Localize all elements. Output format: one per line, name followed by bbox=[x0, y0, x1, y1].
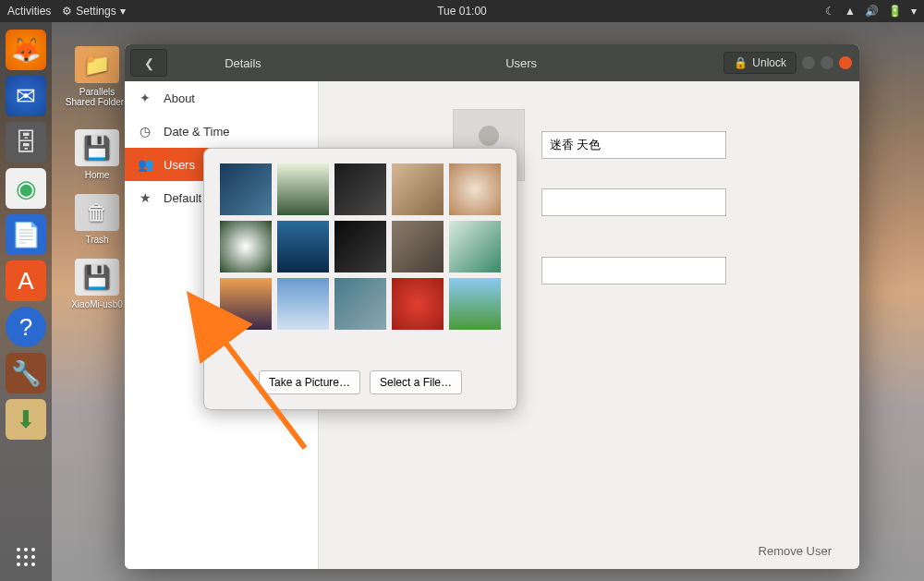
volume-icon[interactable]: 🔊 bbox=[865, 5, 879, 18]
user-name-input[interactable] bbox=[541, 131, 726, 159]
clock[interactable]: Tue 01:00 bbox=[437, 5, 487, 18]
svg-point-7 bbox=[24, 563, 28, 566]
show-applications[interactable] bbox=[15, 546, 37, 572]
avatar-option-desk[interactable] bbox=[334, 163, 386, 215]
svg-point-6 bbox=[17, 563, 20, 566]
dock-firefox[interactable]: 🦊 bbox=[6, 30, 46, 70]
svg-point-4 bbox=[24, 555, 28, 559]
svg-point-3 bbox=[17, 555, 20, 559]
avatar-option-bicycle[interactable] bbox=[220, 163, 272, 215]
unlock-label: Unlock bbox=[752, 56, 786, 69]
svg-point-5 bbox=[31, 555, 35, 559]
chevron-down-icon: ▾ bbox=[120, 5, 126, 18]
sidebar-item-label: About bbox=[164, 91, 195, 105]
drive-icon: 💾 bbox=[75, 129, 119, 166]
window-title: Users bbox=[319, 56, 723, 70]
dock-help[interactable]: ? bbox=[6, 307, 46, 347]
sidebar-item-label: Date & Time bbox=[164, 125, 230, 139]
desktop-icon-label: Trash bbox=[85, 235, 108, 245]
avatar-option-surfer[interactable] bbox=[334, 278, 386, 330]
desktop-trash[interactable]: 🗑 Trash bbox=[65, 194, 129, 245]
dock-settings[interactable]: 🔧 bbox=[6, 353, 46, 393]
dock-software[interactable]: A bbox=[6, 260, 46, 301]
dock-writer[interactable]: 📄 bbox=[6, 214, 46, 255]
sidebar-item-about[interactable]: ✦ About bbox=[125, 81, 318, 115]
chevron-left-icon: ❮ bbox=[144, 56, 154, 70]
svg-point-1 bbox=[24, 548, 28, 551]
section-title: Details bbox=[167, 56, 319, 70]
desktop-home[interactable]: 💾 Home bbox=[65, 129, 129, 180]
avatar-picker-popover: Take a Picture… Select a File… bbox=[203, 148, 517, 410]
titlebar: ❮ Details Users 🔒 Unlock bbox=[125, 44, 859, 81]
minimize-button[interactable] bbox=[802, 56, 815, 69]
users-icon: 👥 bbox=[138, 157, 152, 172]
select-file-button[interactable]: Select a File… bbox=[370, 370, 462, 394]
back-button[interactable]: ❮ bbox=[130, 49, 167, 77]
sidebar-item-label: Users bbox=[164, 158, 195, 172]
clock-icon: ◷ bbox=[138, 124, 152, 139]
dock-thunderbird[interactable]: ✉ bbox=[6, 76, 46, 116]
avatar-option-flower[interactable] bbox=[220, 221, 272, 272]
chevron-down-icon[interactable]: ▾ bbox=[911, 5, 917, 18]
dock-amazon[interactable]: ⬇ bbox=[6, 399, 46, 440]
unlock-button[interactable]: 🔒 Unlock bbox=[723, 52, 796, 74]
folder-icon: 📁 bbox=[75, 46, 119, 83]
svg-point-2 bbox=[31, 548, 35, 551]
activities-button[interactable]: Activities bbox=[7, 5, 51, 18]
avatar-option-hummingbird[interactable] bbox=[449, 221, 501, 272]
gnome-topbar: Activities ⚙ Settings ▾ Tue 01:00 ☾ ▲ 🔊 … bbox=[0, 0, 924, 22]
dock-files[interactable]: 🗄 bbox=[6, 122, 46, 163]
take-picture-button[interactable]: Take a Picture… bbox=[259, 370, 360, 394]
avatar-option-cat[interactable] bbox=[392, 163, 444, 215]
avatar-option-plane[interactable] bbox=[277, 278, 329, 330]
lock-icon: 🔒 bbox=[734, 56, 748, 69]
desktop-parallels-folder[interactable]: 📁 Parallels Shared Folders bbox=[65, 46, 129, 107]
close-button[interactable] bbox=[839, 56, 852, 69]
desktop-icon-label: XiaoMi-usb0 bbox=[71, 299, 123, 309]
drive-icon: 💾 bbox=[75, 259, 119, 296]
avatar-option-book[interactable] bbox=[277, 163, 329, 215]
desktop-icon-label: Parallels Shared Folders bbox=[66, 87, 128, 107]
sidebar-item-datetime[interactable]: ◷ Date & Time bbox=[125, 115, 318, 148]
plus-icon: ✦ bbox=[138, 91, 152, 105]
trash-icon: 🗑 bbox=[75, 194, 119, 231]
night-icon[interactable]: ☾ bbox=[825, 5, 835, 18]
network-icon[interactable]: ▲ bbox=[845, 5, 856, 18]
account-type-field[interactable] bbox=[541, 188, 726, 216]
star-icon: ★ bbox=[138, 190, 152, 205]
remove-user-button[interactable]: Remove User bbox=[759, 544, 832, 558]
avatar-option-tomato[interactable] bbox=[392, 278, 444, 330]
desktop-xiaomi-usb[interactable]: 💾 XiaoMi-usb0 bbox=[65, 259, 129, 309]
password-field[interactable] bbox=[541, 257, 726, 284]
app-menu[interactable]: ⚙ Settings ▾ bbox=[62, 5, 125, 18]
avatar-picture-grid bbox=[219, 163, 502, 330]
svg-point-0 bbox=[17, 548, 20, 551]
battery-icon[interactable]: 🔋 bbox=[888, 5, 902, 18]
gear-icon: ⚙ bbox=[62, 5, 72, 18]
maximize-button[interactable] bbox=[821, 56, 833, 69]
avatar-option-tree[interactable] bbox=[449, 278, 501, 330]
avatar-option-sunset[interactable] bbox=[220, 278, 272, 330]
avatar-option-coffee[interactable] bbox=[449, 163, 501, 215]
avatar-option-guitar[interactable] bbox=[334, 221, 386, 272]
svg-point-8 bbox=[31, 563, 35, 566]
avatar-option-car[interactable] bbox=[277, 221, 329, 272]
svg-point-9 bbox=[479, 126, 499, 146]
app-menu-label: Settings bbox=[76, 5, 116, 18]
dock-rhythmbox[interactable]: ◉ bbox=[6, 168, 46, 209]
desktop-icon-label: Home bbox=[85, 170, 110, 180]
dock: 🦊 ✉ 🗄 ◉ 📄 A ? 🔧 ⬇ bbox=[0, 22, 52, 581]
avatar-option-headphones[interactable] bbox=[392, 221, 444, 272]
